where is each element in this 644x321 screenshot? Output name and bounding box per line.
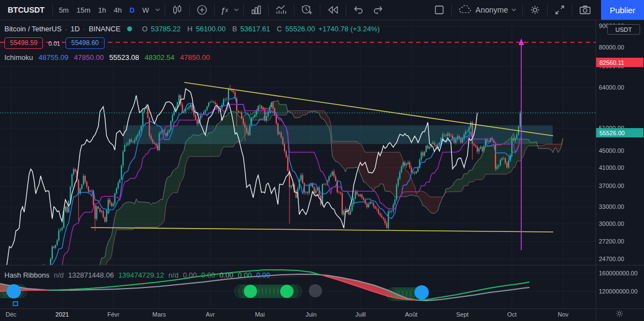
toolbar-separator [451,4,452,16]
toolbar-separator [214,4,215,16]
account-name: Anonyme [476,5,508,14]
cloud-account-menu[interactable]: Anonyme [454,2,520,18]
toolbar-separator [243,4,244,16]
price-tick-label: 30000.00 [599,220,624,227]
hash-value-5: 0.00 [201,271,215,279]
hash-value-1: 132871448.06 [68,271,114,279]
time-axis-label: Déc [6,311,17,318]
hash-value-8: 0.00 [256,271,270,279]
hash-ribbons-legend: Hash Ribbons n/d 132871448.06 139474729.… [4,271,270,279]
symbol-button[interactable]: BTCUSDT [2,2,50,18]
time-axis-label: Févr [107,311,119,318]
change-value: +1740.78 (+3.24%) [318,25,379,33]
price-axis[interactable]: 24700.0027200.0030000.0033000.0037000.00… [596,20,644,308]
legend-interval[interactable]: 1D [70,25,80,33]
fullscreen-icon[interactable] [550,2,570,18]
timeframe-1d[interactable]: D [125,2,138,18]
projection-arrow-head [519,38,524,45]
legend-separator: · [83,25,85,33]
timeframe-15m[interactable]: 15m [73,2,94,18]
buy-button[interactable]: 55498.60 [66,37,104,49]
time-axis-label: Mai [255,311,265,318]
price-tick-label: 45000.00 [599,147,624,154]
symbol-title[interactable]: Bitcoin / TetherUS [4,25,62,33]
spread-value: 0.01 [48,40,60,47]
price-tick-label: 80000.00 [599,44,624,51]
hash-buy-signal-blue [414,285,429,300]
chart-style-candles-icon[interactable] [167,2,187,18]
hash-value-7: 0.00 [238,271,252,279]
ichimoku-base-value: 47850.00 [74,53,103,62]
time-axis-label: Nov [558,311,569,318]
layout-select-icon[interactable] [429,2,449,18]
indicator-templates-icon[interactable] [271,2,292,18]
hash-ribbons-title[interactable]: Hash Ribbons [4,271,50,279]
toolbar-separator [294,4,294,16]
sell-button[interactable]: 55498.59 [4,37,43,49]
ohlc-close-key: C [277,25,282,33]
hash-axis-label: 120000000.00 [599,288,637,295]
publish-button[interactable]: Publier [601,0,644,20]
ohlc-open-key: O [142,25,148,33]
redo-icon[interactable] [368,2,388,18]
hash-value-3: n/d [168,271,178,279]
symbol-legend: Bitcoin / TetherUS · 1D · BINANCE O53785… [4,25,380,33]
settings-gear-icon[interactable] [525,2,545,18]
time-axis-label: Juill [356,311,366,318]
toolbar-separator [268,4,269,16]
timeframe-1w[interactable]: W [139,2,153,18]
ohlc-open-value: 53785.22 [151,25,181,33]
indicators-chevron-down-icon[interactable] [232,2,241,18]
time-axis-label: Oct [507,311,516,318]
hash-value-2: 139474729.12 [118,271,164,279]
toolbar-separator [547,4,548,16]
ichimoku-title[interactable]: Ichimoku [4,53,33,62]
bar-replay-icon[interactable] [323,2,343,18]
ichimoku-lead1-value: 48302.54 [145,53,174,62]
price-tick-label: 27200.00 [599,238,624,245]
price-tick-label: 24700.00 [599,256,624,262]
toolbar-separator [346,4,346,16]
ichimoku-legend: Ichimoku 48755.09 47850.00 55523.08 4830… [4,53,210,62]
compare-add-icon[interactable] [192,2,212,18]
legend-exchange[interactable]: BINANCE [89,25,121,33]
legend-separator: · [65,25,67,33]
time-axis-label: Mars [152,311,166,318]
top-toolbar: BTCUSDT 5m 15m 1h 4h D W ƒx [0,0,644,20]
toolbar-separator [189,4,190,16]
time-axis-settings-sun-icon[interactable] [615,309,624,319]
session-marker [13,302,18,306]
financials-icon[interactable] [246,2,266,18]
cloud-icon [458,5,472,15]
time-axis-corner-border [596,309,596,321]
trade-widget: 55498.59 0.01 55498.60 [4,37,105,49]
current-price-label: 55526.00 [596,128,643,137]
alert-price-label[interactable]: 82560.11 [596,58,643,67]
time-axis-label: Juin [305,311,316,318]
tradingview-app: BTCUSDT 5m 15m 1h 4h D W ƒx [0,0,644,321]
pane-separator[interactable] [0,265,644,265]
toolbar-separator [165,4,165,16]
indicators-fx-icon[interactable]: ƒx [217,2,232,18]
timeframe-1h[interactable]: 1h [94,2,110,18]
undo-icon[interactable] [348,2,368,18]
time-axis-label: Avr [206,311,215,318]
time-axis-label: Août [405,311,418,318]
market-status-dot[interactable] [127,26,132,31]
timeframe-5m[interactable]: 5m [55,2,73,18]
price-tick-label: 37000.00 [599,182,624,189]
account-chevron-down-icon [511,8,516,12]
currency-usdt-button[interactable]: USDT [607,24,640,35]
price-tick-label: 41000.00 [599,164,624,171]
ohlc-high-key: H [187,25,192,33]
time-axis-label: 2021 [56,311,69,318]
alert-add-icon[interactable] [297,2,318,18]
ichimoku-conversion-value: 48755.09 [39,53,68,62]
timeframe-chevron-down-icon[interactable] [153,2,162,18]
timeframe-4h[interactable]: 4h [110,2,125,18]
ohlc-low-key: B [232,25,237,33]
ichimoku-lead2-value: 47850.00 [180,53,210,62]
ohlc-low-value: 53617.61 [241,25,270,33]
time-axis[interactable]: Déc2021FévrMarsAvrMaiJuinJuillAoûtSeptOc… [0,309,644,321]
screenshot-camera-icon[interactable] [575,2,596,18]
